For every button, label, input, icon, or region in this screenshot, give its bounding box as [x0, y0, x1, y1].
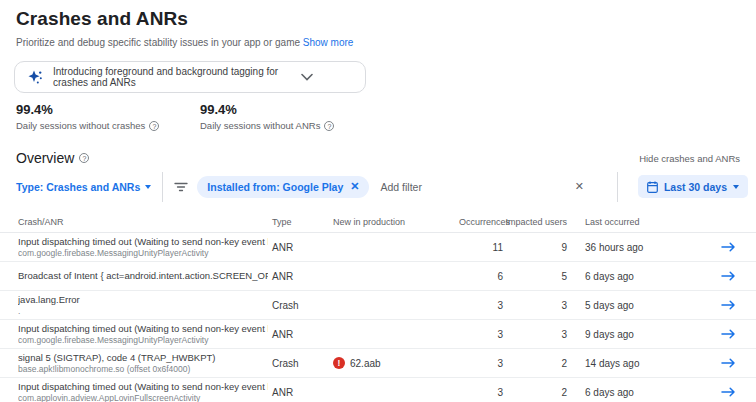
- stat-anr-free: 99.4% Daily sessions without ANRs ?: [200, 102, 384, 131]
- table-row[interactable]: Input dispatching timed out (Waiting to …: [0, 378, 756, 402]
- last-occurred-value: 9 days ago: [567, 329, 685, 340]
- table-row[interactable]: Broadcast of Intent { act=android.intent…: [0, 262, 756, 291]
- version-label: 62.aab: [350, 358, 381, 369]
- overview-header: Overview ? Hide crashes and ANRs: [0, 150, 756, 166]
- crashes-table: Crash/ANR Type New in production Occurre…: [0, 212, 756, 402]
- caret-down-icon: [733, 185, 739, 189]
- hide-crashes-link[interactable]: Hide crashes and ANRs: [639, 153, 740, 164]
- table-row[interactable]: signal 5 (SIGTRAP), code 4 (TRAP_HWBKPT)…: [0, 349, 756, 378]
- new-in-production-cell: !: [333, 386, 459, 398]
- impacted-users-value: 2: [503, 387, 567, 398]
- last-occurred-value: 36 hours ago: [567, 242, 685, 253]
- open-crash-arrow[interactable]: [721, 387, 736, 397]
- new-in-production-cell: !: [333, 241, 459, 253]
- filter-chip-installed-from[interactable]: Installed from: Google Play ✕: [197, 176, 369, 198]
- open-crash-arrow[interactable]: [721, 300, 736, 310]
- new-in-production-cell: !: [333, 299, 459, 311]
- table-row[interactable]: Input dispatching timed out (Waiting to …: [0, 233, 756, 262]
- last-occurred-value: 6 days ago: [567, 387, 685, 398]
- crash-cell: Input dispatching timed out (Waiting to …: [18, 236, 268, 258]
- crash-type: ANR: [272, 271, 329, 282]
- banner-text: Introducing foreground and background ta…: [53, 66, 301, 88]
- col-header-occurrences[interactable]: Occurrences: [459, 217, 503, 227]
- crash-title: java.lang.Error: [18, 294, 268, 305]
- stat-label-text: Daily sessions without ANRs: [200, 120, 320, 131]
- occurrences-value: 3: [459, 329, 503, 340]
- crash-type: ANR: [272, 242, 329, 253]
- crash-cell: Input dispatching timed out (Waiting to …: [18, 381, 268, 402]
- calendar-icon: [647, 181, 658, 193]
- last-occurred-value: 14 days ago: [567, 358, 685, 369]
- help-icon[interactable]: ?: [324, 121, 334, 131]
- open-crash-arrow[interactable]: [721, 271, 736, 281]
- new-in-production-cell: !: [333, 270, 459, 282]
- help-icon[interactable]: ?: [149, 121, 159, 131]
- table-row[interactable]: Input dispatching timed out (Waiting to …: [0, 320, 756, 349]
- stat-value: 99.4%: [200, 102, 384, 117]
- filter-toolbar: Type: Crashes and ANRs Installed from: G…: [0, 171, 756, 202]
- col-header-type[interactable]: Type: [272, 217, 329, 227]
- occurrences-value: 3: [459, 300, 503, 311]
- alert-icon: !: [333, 357, 345, 369]
- table-header-row: Crash/ANR Type New in production Occurre…: [0, 212, 756, 233]
- show-more-link[interactable]: Show more: [303, 37, 354, 48]
- last-occurred-value: 5 days ago: [567, 300, 685, 311]
- open-crash-arrow[interactable]: [721, 358, 736, 368]
- crash-title: signal 5 (SIGTRAP), code 4 (TRAP_HWBKPT): [18, 352, 268, 363]
- stat-crash-free: 99.4% Daily sessions without crashes ?: [16, 102, 200, 131]
- chevron-down-icon[interactable]: [301, 73, 313, 81]
- divider: [162, 172, 163, 202]
- feature-banner[interactable]: Introducing foreground and background ta…: [14, 61, 366, 93]
- last-occurred-value: 6 days ago: [567, 271, 685, 282]
- date-range-label: Last 30 days: [664, 181, 727, 193]
- crash-subtitle: base.apk!libmonochrome.so (offset 0x6f40…: [18, 364, 268, 374]
- occurrences-value: 3: [459, 387, 503, 398]
- impacted-users-value: 2: [503, 358, 567, 369]
- col-header-last-occurred[interactable]: Last occurred: [567, 217, 685, 227]
- col-header-crash[interactable]: Crash/ANR: [18, 217, 268, 227]
- crash-type: Crash: [272, 358, 329, 369]
- table-row[interactable]: java.lang.Error . Crash ! 3 3 5 days ago: [0, 291, 756, 320]
- crash-subtitle: .: [18, 306, 268, 316]
- overview-title-text: Overview: [16, 150, 74, 166]
- open-crash-arrow[interactable]: [721, 242, 736, 252]
- subtitle-text: Prioritize and debug specific stability …: [16, 37, 300, 48]
- stat-value: 99.4%: [16, 102, 200, 117]
- crash-cell: Input dispatching timed out (Waiting to …: [18, 323, 268, 345]
- stat-label: Daily sessions without ANRs ?: [200, 120, 384, 131]
- new-in-production-cell: ! 62.aab: [333, 357, 459, 369]
- divider: [617, 172, 618, 202]
- new-in-production-cell: !: [333, 328, 459, 340]
- occurrences-value: 6: [459, 271, 503, 282]
- help-icon[interactable]: ?: [79, 153, 89, 163]
- crash-subtitle: com.applovin.adview.AppLovinFullscreenAc…: [18, 393, 268, 402]
- stat-label-text: Daily sessions without crashes: [16, 120, 145, 131]
- crash-type: Crash: [272, 300, 329, 311]
- filter-chip-label: Installed from: Google Play: [207, 181, 343, 193]
- crash-cell: signal 5 (SIGTRAP), code 4 (TRAP_HWBKPT)…: [18, 352, 268, 374]
- page-title: Crashes and ANRs: [16, 8, 740, 30]
- occurrences-value: 11: [459, 242, 503, 253]
- add-filter-button[interactable]: Add filter: [380, 181, 421, 193]
- type-filter-dropdown[interactable]: Type: Crashes and ANRs: [16, 181, 151, 193]
- close-icon[interactable]: ✕: [350, 181, 359, 192]
- crash-cell: Broadcast of Intent { act=android.intent…: [18, 270, 268, 282]
- col-header-new-in-production[interactable]: New in production: [333, 217, 459, 227]
- date-range-button[interactable]: Last 30 days: [638, 175, 748, 198]
- crash-title: Input dispatching timed out (Waiting to …: [18, 323, 268, 334]
- crash-cell: java.lang.Error .: [18, 294, 268, 316]
- crash-title: Input dispatching timed out (Waiting to …: [18, 381, 268, 392]
- crash-title: Input dispatching timed out (Waiting to …: [18, 236, 268, 247]
- crash-subtitle: com.google.firebase.MessagingUnityPlayer…: [18, 335, 268, 345]
- open-crash-arrow[interactable]: [721, 329, 736, 339]
- page-subtitle: Prioritize and debug specific stability …: [16, 37, 740, 48]
- caret-down-icon: [145, 185, 151, 189]
- col-header-impacted-users[interactable]: Impacted users: [503, 217, 567, 227]
- crash-subtitle: com.google.firebase.MessagingUnityPlayer…: [18, 248, 268, 258]
- impacted-users-value: 5: [503, 271, 567, 282]
- new-version-badge: ! 62.aab: [333, 357, 381, 369]
- close-icon[interactable]: ✕: [575, 181, 584, 192]
- sparkle-icon: [27, 69, 43, 85]
- stat-label: Daily sessions without crashes ?: [16, 120, 200, 131]
- crash-type: ANR: [272, 387, 329, 398]
